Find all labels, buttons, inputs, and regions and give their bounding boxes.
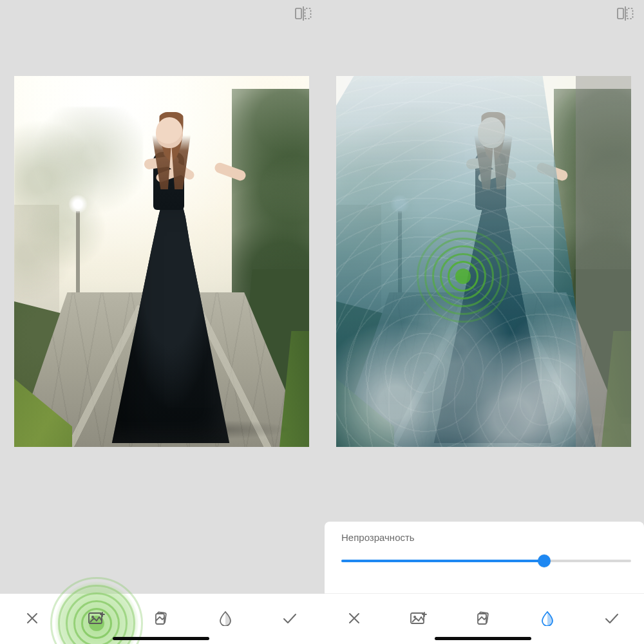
bottom-toolbar — [322, 594, 644, 644]
cancel-button[interactable] — [18, 604, 46, 632]
blend-styles-button[interactable] — [147, 604, 175, 632]
svg-rect-0 — [296, 8, 301, 19]
add-image-button[interactable] — [82, 604, 111, 632]
opacity-slider-panel: Непрозрачность — [325, 522, 644, 594]
confirm-button[interactable] — [276, 604, 304, 632]
bottom-toolbar — [0, 594, 322, 644]
compare-button[interactable] — [294, 4, 313, 23]
screen-before — [0, 0, 322, 644]
home-indicator — [113, 637, 209, 640]
screen-after: Непрозрачность — [322, 0, 644, 644]
svg-rect-1 — [305, 8, 311, 19]
home-indicator — [435, 637, 531, 640]
opacity-button[interactable] — [533, 604, 562, 632]
overlay-transform-edge — [576, 76, 631, 447]
compare-button[interactable] — [616, 4, 635, 23]
cancel-button[interactable] — [340, 604, 368, 632]
opacity-button[interactable] — [211, 604, 240, 632]
photo-canvas[interactable] — [336, 76, 631, 447]
opacity-slider-label: Непрозрачность — [341, 532, 631, 543]
confirm-button[interactable] — [598, 604, 626, 632]
blend-styles-button[interactable] — [469, 604, 497, 632]
opacity-slider[interactable] — [341, 560, 631, 562]
svg-rect-9 — [618, 8, 623, 19]
photo-canvas[interactable] — [14, 76, 309, 447]
svg-rect-10 — [627, 8, 633, 19]
opacity-slider-thumb[interactable] — [538, 554, 551, 567]
add-image-button[interactable] — [404, 604, 433, 632]
